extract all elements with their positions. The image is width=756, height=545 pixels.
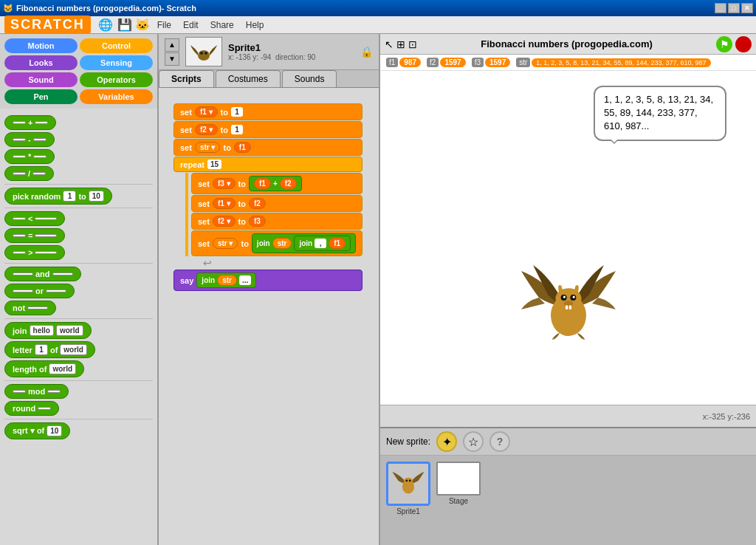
repeat-count[interactable]: 15 — [207, 160, 221, 169]
join-right[interactable]: world — [56, 325, 83, 336]
round-block[interactable]: round — [4, 401, 59, 416]
lt-left[interactable] — [13, 217, 26, 220]
set-str-block[interactable]: set str ▾ to f1 — [173, 139, 362, 156]
mod-block[interactable]: mod — [4, 384, 69, 399]
cat-sound[interactable]: Sound — [4, 72, 78, 87]
f2-val-1[interactable]: 1 — [231, 125, 243, 134]
join-left[interactable]: hello — [30, 325, 54, 336]
multiply-block[interactable]: * — [4, 149, 55, 164]
maximize-button[interactable]: □ — [728, 3, 740, 13]
set-f2-f3-block[interactable]: set f2 ▾ to f3 — [191, 213, 362, 230]
mod-right[interactable] — [47, 390, 61, 393]
stop-button[interactable] — [735, 36, 752, 52]
f1-val-1[interactable]: 1 — [231, 107, 243, 117]
eq-right[interactable] — [35, 234, 57, 237]
close-button[interactable]: ✕ — [741, 3, 753, 13]
set-f2-block[interactable]: set f2 ▾ to 1 — [173, 121, 362, 138]
say-join[interactable]: join str ... — [196, 272, 256, 288]
sub-left-input[interactable] — [13, 138, 26, 141]
cat-looks[interactable]: Looks — [4, 55, 78, 70]
nav-up[interactable]: ▲ — [165, 38, 179, 52]
tab-costumes[interactable]: Costumes — [216, 70, 281, 87]
sqrt-input[interactable]: 10 — [47, 425, 62, 436]
set-f1-block[interactable]: set f1 ▾ to 1 — [173, 103, 362, 120]
length-block[interactable]: length of world — [4, 360, 84, 377]
equals-block[interactable]: = — [4, 228, 65, 243]
not-block[interactable]: not — [4, 301, 56, 315]
share-icon[interactable]: 🐱 — [135, 18, 150, 32]
cat-pen[interactable]: Pen — [4, 89, 78, 104]
not-input[interactable] — [27, 306, 48, 309]
say-block[interactable]: say join str ... — [173, 270, 362, 291]
eq-left[interactable] — [13, 234, 26, 237]
stage-tool-arrow[interactable]: ↖ — [385, 38, 394, 50]
gt-left[interactable] — [13, 251, 26, 254]
stage-item[interactable]: Stage — [436, 462, 481, 505]
comma-input[interactable]: , — [315, 239, 326, 248]
random-block[interactable]: pick random 1 to 10 — [4, 188, 112, 205]
stage-tool-zoom-fit[interactable]: ⊞ — [396, 38, 405, 50]
menu-share[interactable]: Share — [205, 18, 240, 32]
sqrt-block[interactable]: sqrt ▾ of 10 — [4, 422, 70, 439]
menu-edit[interactable]: Edit — [177, 18, 205, 32]
repeat-block[interactable]: repeat 15 — [173, 157, 362, 172]
scripts-area[interactable]: set f1 ▾ to 1 set f2 ▾ to 1 set str ▾ to… — [159, 88, 379, 545]
less-than-block[interactable]: < — [4, 211, 65, 226]
add-right-input[interactable] — [35, 121, 48, 124]
nav-down[interactable]: ▼ — [165, 52, 179, 66]
lt-right[interactable] — [35, 217, 57, 220]
div-left-input[interactable] — [13, 172, 26, 175]
cat-motion[interactable]: Motion — [4, 38, 78, 53]
sub-right-input[interactable] — [33, 138, 47, 141]
cat-operators[interactable]: Operators — [80, 72, 153, 87]
or-right[interactable] — [46, 289, 66, 292]
and-left[interactable] — [13, 272, 33, 275]
join-outer[interactable]: join str join , f1 — [252, 233, 356, 253]
globe-icon[interactable]: 🌐 — [98, 18, 113, 32]
minimize-button[interactable]: _ — [715, 3, 726, 13]
or-block[interactable]: or — [4, 284, 75, 298]
mul-left-input[interactable] — [13, 155, 26, 158]
join-inner[interactable]: join , f1 — [294, 236, 351, 251]
mul-right-input[interactable] — [33, 155, 47, 158]
set-str-join-block[interactable]: set str ▾ to join str join , f1 — [191, 230, 362, 256]
add-block[interactable]: + — [4, 115, 56, 130]
sprite-item-1[interactable]: Sprite1 — [386, 462, 430, 515]
tab-scripts[interactable]: Scripts — [159, 70, 214, 87]
cat-variables[interactable]: Variables — [80, 89, 153, 104]
letter-block[interactable]: letter 1 of world — [4, 341, 95, 358]
set-f3-block[interactable]: set f3 ▾ to f1 + f2 — [191, 173, 362, 194]
gt-right[interactable] — [35, 251, 57, 254]
set-f1-f2-block[interactable]: set f1 ▾ to f2 — [191, 195, 362, 212]
greater-than-block[interactable]: > — [4, 245, 65, 260]
length-word[interactable]: world — [49, 363, 76, 374]
menu-help[interactable]: Help — [240, 18, 270, 32]
subtract-block[interactable]: - — [4, 132, 55, 147]
divide-block[interactable]: / — [4, 166, 54, 181]
round-input[interactable] — [38, 407, 51, 410]
cat-control[interactable]: Control — [80, 38, 153, 53]
say-ellipsis[interactable]: ... — [239, 275, 251, 285]
cat-sensing[interactable]: Sensing — [80, 55, 153, 70]
green-flag-button[interactable]: ⚑ — [716, 36, 732, 52]
save-icon[interactable]: 💾 — [117, 18, 132, 32]
and-right[interactable] — [52, 272, 73, 275]
new-sprite-paint-btn[interactable]: ✦ — [436, 431, 457, 452]
join-block[interactable]: join hello world — [4, 322, 92, 339]
add-left-input[interactable] — [13, 121, 26, 124]
and-block[interactable]: and — [4, 267, 81, 281]
letter-word[interactable]: world — [60, 344, 87, 355]
stage-tool-zoom-full[interactable]: ⊡ — [408, 38, 417, 50]
menu-file[interactable]: File — [151, 18, 177, 32]
bat-sprite[interactable] — [509, 255, 628, 360]
add-f1-f2[interactable]: f1 + f2 — [249, 176, 302, 191]
or-left[interactable] — [13, 289, 33, 292]
random-max[interactable]: 10 — [89, 191, 104, 202]
div-right-input[interactable] — [32, 172, 46, 175]
tab-sounds[interactable]: Sounds — [282, 70, 337, 87]
new-sprite-random-btn[interactable]: ? — [489, 431, 510, 452]
new-sprite-upload-btn[interactable]: ☆ — [463, 431, 484, 452]
mod-left[interactable] — [13, 390, 26, 393]
random-min[interactable]: 1 — [63, 191, 76, 202]
stage-canvas[interactable]: 1, 1, 2, 3, 5, 8, 13, 21, 34, 55, 89, 14… — [380, 71, 756, 405]
